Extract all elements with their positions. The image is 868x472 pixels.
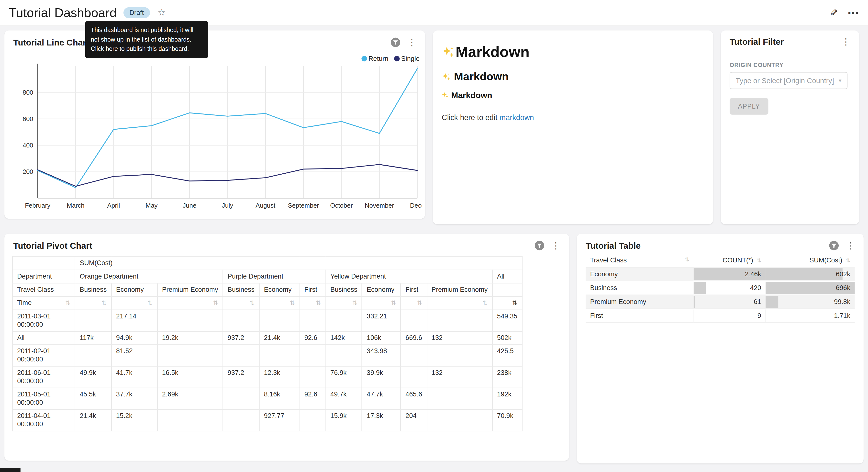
sort-icon[interactable]: ⇅ bbox=[101, 299, 106, 307]
edit-dashboard-icon[interactable]: ✎ bbox=[830, 7, 837, 19]
pivot-cell bbox=[223, 388, 259, 409]
sort-icon[interactable]: ⇅ bbox=[352, 299, 358, 307]
sort-icon[interactable]: ⇅ bbox=[846, 258, 850, 264]
draft-status-badge[interactable]: Draft bbox=[123, 7, 150, 18]
sort-icon[interactable]: ⇅ bbox=[148, 299, 153, 307]
pivot-cell: 106k bbox=[362, 331, 401, 345]
more-options-icon[interactable]: ⋯ bbox=[847, 6, 859, 19]
value-bar bbox=[766, 296, 778, 308]
pivot-cell: 204 bbox=[401, 409, 427, 431]
kebab-menu-icon[interactable]: ⋮ bbox=[407, 38, 416, 47]
sort-icon[interactable]: ⇅ bbox=[65, 299, 70, 307]
pivot-cell: 425.5 bbox=[492, 345, 522, 366]
pivot-cell: 37.7k bbox=[112, 388, 157, 409]
table-row[interactable]: Business420696k bbox=[586, 281, 855, 295]
pivot-row-header: All bbox=[12, 331, 75, 345]
table-card: Tutorial Table ⋮ Travel Class⇅COUNT(*)⇅S… bbox=[577, 234, 864, 464]
pivot-cell: 41.7k bbox=[112, 366, 157, 388]
value-bar bbox=[766, 309, 766, 322]
pivot-cell: 937.2 bbox=[223, 331, 259, 345]
pivot-cell: 12.3k bbox=[259, 366, 300, 388]
select-placeholder: Type or Select [Origin Country] bbox=[736, 76, 834, 85]
line-chart[interactable]: 200400600800FebruaryMarchAprilMayJuneJul… bbox=[8, 61, 422, 216]
pivot-cell bbox=[427, 345, 492, 366]
pivot-cell bbox=[157, 345, 223, 366]
pivot-cell bbox=[157, 409, 223, 431]
svg-text:May: May bbox=[146, 202, 157, 209]
sort-active-icon[interactable]: ⇅ bbox=[512, 299, 517, 307]
cell-travel-class: First bbox=[586, 308, 693, 323]
kebab-menu-icon[interactable]: ⋮ bbox=[551, 241, 560, 250]
filter-card: Tutorial Filter ⋮ ORIGIN COUNTRY Type or… bbox=[721, 31, 859, 224]
markdown-link[interactable]: markdown bbox=[499, 114, 534, 122]
markdown-heading-3: Markdown bbox=[442, 90, 704, 99]
card-actions: ⋮ bbox=[829, 240, 855, 251]
table-row[interactable]: Premium Economy6199.8k bbox=[586, 295, 855, 309]
pivot-row: 2011-02-0100:00:0081.52343.98425.5 bbox=[12, 345, 522, 366]
pivot-row: 2011-04-0100:00:0021.4k15.2k927.7715.9k1… bbox=[12, 409, 522, 431]
sort-icon[interactable]: ⇅ bbox=[483, 299, 488, 307]
pivot-row: All117k94.9k19.2k937.221.4k92.6142k106k6… bbox=[12, 331, 522, 345]
pivot-class-header: Business bbox=[75, 283, 112, 296]
sort-icon[interactable]: ⇅ bbox=[316, 299, 321, 307]
filter-indicator-icon[interactable] bbox=[534, 240, 545, 251]
svg-text:July: July bbox=[222, 202, 233, 209]
cell-travel-class: Premium Economy bbox=[586, 295, 693, 309]
pivot-cell bbox=[157, 310, 223, 331]
sparkles-icon bbox=[442, 72, 451, 81]
column-header-travel-class[interactable]: Travel Class⇅ bbox=[586, 254, 693, 267]
value-bar bbox=[766, 268, 843, 280]
card-actions: ⋮ bbox=[841, 38, 850, 47]
pivot-cell bbox=[401, 345, 427, 366]
sort-icon[interactable]: ⇅ bbox=[417, 299, 422, 307]
pivot-row-header: 2011-02-0100:00:00 bbox=[12, 345, 75, 366]
cell-count: 61 bbox=[694, 295, 766, 309]
favorite-star-icon[interactable]: ☆ bbox=[158, 8, 165, 17]
card-title: Tutorial Filter bbox=[730, 37, 784, 47]
pivot-row-header: 2011-05-0100:00:00 bbox=[12, 388, 75, 409]
pivot-cell: 132 bbox=[427, 331, 492, 345]
pivot-metric-row: SUM(Cost) bbox=[12, 257, 522, 270]
sort-icon[interactable]: ⇅ bbox=[756, 258, 761, 264]
svg-text:200: 200 bbox=[23, 168, 33, 175]
publish-tooltip[interactable]: This dashboard is not published, it will… bbox=[85, 21, 208, 58]
bottom-bar-fragment bbox=[0, 468, 21, 472]
pivot-department-label: Department bbox=[12, 270, 75, 283]
sort-icon[interactable]: ⇅ bbox=[290, 299, 295, 307]
pivot-chart-card: Tutorial Pivot Chart ⋮ SUM(Cost)Departme… bbox=[4, 234, 569, 461]
kebab-menu-icon[interactable]: ⋮ bbox=[846, 241, 855, 250]
pivot-table-container: SUM(Cost)DepartmentOrange DepartmentPurp… bbox=[12, 256, 561, 431]
pivot-class-header: Premium Economy bbox=[427, 283, 492, 296]
sort-icon[interactable]: ⇅ bbox=[685, 256, 689, 262]
sort-icon[interactable]: ⇅ bbox=[249, 299, 254, 307]
column-header-sum[interactable]: SUM(Cost)⇅ bbox=[766, 254, 855, 267]
line-chart-card: Tutorial Line Chart ⋮ ReturnSingle 20040… bbox=[4, 31, 425, 219]
svg-text:March: March bbox=[67, 202, 84, 209]
svg-text:August: August bbox=[255, 202, 276, 209]
pivot-cell: 238k bbox=[492, 366, 522, 388]
pivot-cell bbox=[427, 388, 492, 409]
table-row[interactable]: First91.71k bbox=[586, 308, 855, 323]
sort-icon[interactable]: ⇅ bbox=[391, 299, 396, 307]
pivot-cell: 16.5k bbox=[157, 366, 223, 388]
kebab-menu-icon[interactable]: ⋮ bbox=[841, 38, 850, 47]
pivot-cell: 92.6 bbox=[300, 388, 326, 409]
pivot-sort-cell: ⇅ bbox=[401, 296, 427, 309]
cell-travel-class: Business bbox=[586, 281, 693, 295]
origin-country-select[interactable]: Type or Select [Origin Country] ▾ bbox=[730, 72, 847, 89]
pivot-cell: 465.6 bbox=[401, 388, 427, 409]
pivot-cell: 132 bbox=[427, 366, 492, 388]
pivot-cell bbox=[326, 310, 362, 331]
caret-down-icon: ▾ bbox=[839, 78, 841, 84]
pivot-sort-cell: ⇅ bbox=[223, 296, 259, 309]
apply-button[interactable]: APPLY bbox=[730, 98, 768, 115]
sort-icon[interactable]: ⇅ bbox=[213, 299, 218, 307]
filter-indicator-icon[interactable] bbox=[829, 240, 839, 251]
pivot-cell: 15.2k bbox=[112, 409, 157, 431]
filter-indicator-icon[interactable] bbox=[390, 37, 401, 48]
markdown-heading-text: Markdown bbox=[451, 90, 492, 99]
column-header-count[interactable]: COUNT(*)⇅ bbox=[694, 254, 766, 267]
table-row[interactable]: Economy2.46k602k bbox=[586, 267, 855, 281]
markdown-footer: Click here to edit markdown bbox=[442, 114, 704, 122]
header-actions: ✎ ⋯ bbox=[830, 6, 859, 19]
